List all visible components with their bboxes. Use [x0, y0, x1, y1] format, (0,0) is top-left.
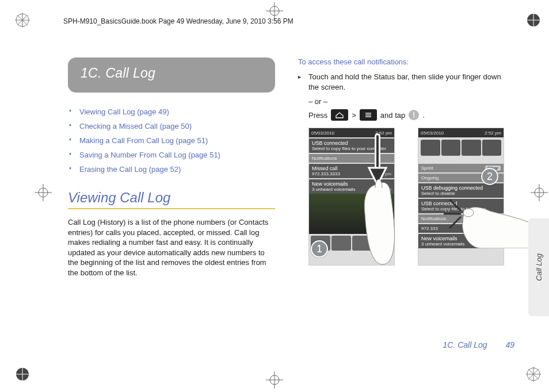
toc-item: Saving a Number From Call Log (page 51) — [79, 151, 275, 159]
section-body: Call Log (History) is a list of the phon… — [68, 217, 275, 278]
procedure-or: – or – — [308, 97, 505, 106]
status-date: 05/03/2010 — [311, 130, 334, 136]
running-head: SPH-M910_BasicsGuide.book Page 49 Wednes… — [63, 17, 293, 25]
toc-item: Checking a Missed Call (page 50) — [79, 122, 275, 130]
section-heading: Viewing Call Log — [68, 190, 275, 209]
toggle-sound — [462, 140, 481, 156]
registration-mark-icon — [15, 367, 30, 382]
footer-page-number: 49 — [505, 340, 514, 349]
crop-cross-icon — [35, 184, 52, 201]
toc-item: Erasing the Call Log (page 52) — [79, 165, 275, 174]
toc-item: Viewing Call Log (page 49) — [79, 107, 275, 116]
missed-sub: 972.333.3333 — [312, 171, 340, 176]
procedure-press-line: Press > and tap ! . — [308, 109, 505, 121]
toggle-label: Wi-Fi — [420, 158, 441, 162]
crop-cross-icon — [266, 371, 283, 389]
toggle-label: Sound — [461, 158, 482, 162]
status-bar: 05/03/2010 2:52 pm — [418, 128, 504, 137]
status-date: 05/03/2010 — [421, 130, 444, 136]
toggle-label: Vibration — [482, 158, 502, 162]
left-column: 1C. Call Log Viewing Call Log (page 49) … — [68, 57, 275, 278]
toggle-labels: Wi-Fi Bluetooth Sound Vibration — [418, 158, 504, 163]
screenshot-composite: 05/03/2010 2:52 pm USB connected Select … — [308, 128, 516, 271]
svg-point-32 — [463, 209, 474, 217]
toggle-label: Bluetooth — [441, 158, 462, 162]
registration-mark-icon — [526, 13, 541, 28]
home-key-icon — [331, 109, 348, 121]
toc-item: Making a Call From Call Log (page 51) — [79, 136, 275, 145]
page-body: 1C. Call Log Viewing Call Log (page 49) … — [68, 57, 505, 356]
notification-alert-icon: ! — [409, 110, 419, 120]
period: . — [422, 111, 425, 120]
dock-icon — [331, 236, 351, 251]
registration-mark-icon — [15, 13, 30, 28]
missed-sub-r: 972.333 — [421, 226, 438, 231]
status-time: 2:52 pm — [485, 130, 501, 136]
hand-swipe-down-icon — [349, 133, 406, 266]
quick-toggle-row — [418, 137, 504, 158]
procedure-step: Touch and hold the Status bar, then slid… — [308, 72, 505, 93]
registration-mark-icon — [526, 367, 541, 382]
gt-symbol: > — [352, 111, 356, 120]
footer-section: 1C. Call Log — [443, 340, 487, 349]
carrier: Sprint — [421, 166, 433, 171]
thumb-tab: Call Log — [528, 218, 549, 316]
toc-list: Viewing Call Log (page 49) Checking a Mi… — [69, 107, 275, 174]
menu-key-icon — [360, 109, 377, 121]
thumb-tab-label: Call Log — [535, 253, 543, 281]
press-word: Press — [308, 111, 327, 120]
page-footer: 1C. Call Log 49 — [443, 340, 514, 349]
procedure-subhead: To access these call notifications: — [298, 57, 505, 66]
toggle-bluetooth — [441, 140, 461, 156]
toggle-vibration — [482, 140, 502, 156]
toggle-wifi — [421, 140, 440, 156]
and-tap-word: and tap — [380, 111, 405, 120]
chapter-pill: 1C. Call Log — [68, 57, 275, 93]
right-column: To access these call notifications: Touc… — [298, 57, 505, 271]
